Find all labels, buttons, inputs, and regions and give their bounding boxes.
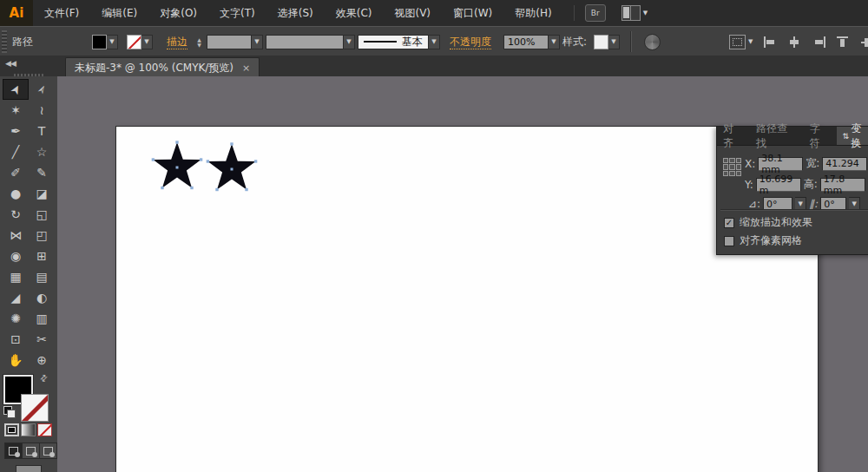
chevron-down-icon[interactable]: ▼ xyxy=(252,35,263,49)
chevron-down-icon[interactable]: ▼ xyxy=(141,35,153,49)
default-fill-stroke-icon[interactable] xyxy=(3,406,15,417)
height-input[interactable]: 17.8 mm xyxy=(820,178,865,192)
pixel-grid-checkbox[interactable]: 对齐像素网格 xyxy=(724,233,802,248)
scale-strokes-checkbox[interactable]: ✓ 缩放描边和效果 xyxy=(724,215,812,230)
star-shape[interactable] xyxy=(153,142,201,188)
anchor-point[interactable] xyxy=(254,160,257,162)
chevron-down-icon[interactable]: ▼ xyxy=(344,35,355,49)
menu-view[interactable]: 视图(V) xyxy=(383,0,442,26)
free-transform-tool[interactable]: ◰ xyxy=(29,225,55,246)
checkbox-checked-icon[interactable]: ✓ xyxy=(724,218,734,228)
eyedropper-tool[interactable]: ◢ xyxy=(3,287,29,308)
anchor-point[interactable] xyxy=(207,160,209,162)
anchor-point[interactable] xyxy=(245,188,247,191)
opacity-dropdown[interactable]: 100% ▼ xyxy=(503,27,560,56)
hand-tool[interactable]: ✋ xyxy=(3,350,29,370)
scale-tool[interactable]: ◱ xyxy=(29,204,55,225)
draw-normal-button[interactable] xyxy=(5,443,23,458)
stroke-weight-dropdown[interactable]: ▼ xyxy=(207,27,263,56)
selection-tool[interactable]: ➤ xyxy=(3,79,29,100)
star-shape[interactable] xyxy=(207,144,255,190)
chevron-down-icon[interactable]: ▼ xyxy=(608,35,620,49)
mesh-tool[interactable]: ▦ xyxy=(3,266,29,287)
blend-tool[interactable]: ◐ xyxy=(29,287,55,308)
rotate-tool[interactable]: ↻ xyxy=(3,204,29,225)
pen-tool[interactable]: ✒ xyxy=(3,121,29,141)
shape-builder-tool[interactable]: ◉ xyxy=(3,246,29,266)
paintbrush-tool[interactable]: ✐ xyxy=(3,162,29,183)
menu-file[interactable]: 文件(F) xyxy=(33,0,90,26)
blob-brush-tool[interactable]: ● xyxy=(3,183,29,204)
arrange-documents-button[interactable]: ▼ xyxy=(621,5,648,21)
anchor-point[interactable] xyxy=(161,187,163,189)
panel-tab-pathfinder[interactable]: 路径查找 xyxy=(750,127,804,145)
color-button[interactable] xyxy=(4,423,19,436)
menu-type[interactable]: 文字(T) xyxy=(208,0,266,26)
canvas[interactable]: 对齐路径查找字符⇅变换 X: 38.1 mm 宽: 41.294 Y: 16.6… xyxy=(57,76,868,472)
stroke-weight-stepper[interactable]: ▲▼ xyxy=(194,27,204,56)
stroke-color-proxy[interactable] xyxy=(21,394,49,422)
draw-inside-button[interactable] xyxy=(40,443,56,458)
chevron-down-icon[interactable]: ▼ xyxy=(429,35,440,49)
width-profile-dropdown[interactable]: ▼ xyxy=(266,27,355,56)
menu-select[interactable]: 选择(S) xyxy=(266,0,325,26)
graphic-style-dropdown[interactable]: ▼ xyxy=(594,27,620,56)
collapse-panel-icon[interactable]: ◀◀ xyxy=(5,59,16,68)
artboard-tool[interactable]: ⊡ xyxy=(3,329,29,350)
width-input[interactable]: 41.294 xyxy=(822,157,867,171)
anchor-point[interactable] xyxy=(230,142,233,145)
column-graph-tool[interactable]: ▥ xyxy=(29,308,55,329)
screen-mode-button[interactable] xyxy=(16,465,42,472)
stroke-color-control[interactable]: ▼ xyxy=(127,27,153,56)
center-point[interactable] xyxy=(231,168,233,171)
stroke-panel-link[interactable]: 描边 xyxy=(167,35,187,49)
align-vertical-center-button[interactable] xyxy=(861,27,868,56)
slice-tool[interactable]: ✂ xyxy=(29,329,55,350)
fill-color-control[interactable]: ▼ xyxy=(92,27,118,56)
close-icon[interactable]: × xyxy=(242,62,250,74)
chevron-down-icon[interactable]: ▼ xyxy=(549,35,560,49)
gradient-tool[interactable]: ▤ xyxy=(29,266,55,287)
x-input[interactable]: 38.1 mm xyxy=(758,157,803,171)
anchor-point[interactable] xyxy=(215,188,218,191)
none-button[interactable] xyxy=(37,423,52,436)
gradient-button[interactable] xyxy=(21,423,36,436)
zoom-tool[interactable]: ⊕ xyxy=(29,350,55,370)
menu-help[interactable]: 帮助(H) xyxy=(503,0,562,26)
width-tool[interactable]: ⋈ xyxy=(3,225,29,246)
anchor-point[interactable] xyxy=(152,158,155,161)
menu-object[interactable]: 对象(O) xyxy=(148,0,208,26)
pencil-tool[interactable]: ✎ xyxy=(29,162,55,183)
align-horizontal-left-button[interactable] xyxy=(764,27,777,56)
swap-fill-stroke-icon[interactable]: ⇄ xyxy=(37,372,49,384)
symbol-sprayer-tool[interactable]: ✺ xyxy=(3,308,29,329)
line-segment-tool[interactable]: ╱ xyxy=(3,141,29,162)
recolor-artwork-button[interactable] xyxy=(644,27,661,56)
menu-edit[interactable]: 编辑(E) xyxy=(90,0,148,26)
eraser-tool[interactable]: ◪ xyxy=(29,183,55,204)
control-bar-grip[interactable] xyxy=(2,30,7,53)
anchor-point[interactable] xyxy=(200,158,202,161)
anchor-point[interactable] xyxy=(175,141,178,143)
panel-tab-transform[interactable]: ⇅变换 xyxy=(837,127,868,145)
star-tool[interactable]: ☆ xyxy=(29,141,55,162)
y-input[interactable]: 16.699 m xyxy=(756,178,801,192)
bridge-icon[interactable]: Br xyxy=(585,4,606,22)
document-tab[interactable]: 未标题-3* @ 100% (CMYK/预览) × xyxy=(65,57,260,77)
draw-behind-button[interactable] xyxy=(23,443,40,458)
align-horizontal-right-button[interactable] xyxy=(812,27,825,56)
anchor-point[interactable] xyxy=(190,187,193,189)
chevron-down-icon[interactable]: ▼ xyxy=(107,35,118,49)
lasso-tool[interactable]: ≀ xyxy=(29,100,55,121)
brush-definition-dropdown[interactable]: 基本 ▼ xyxy=(358,27,440,56)
center-point[interactable] xyxy=(176,167,179,169)
tools-panel-grip[interactable] xyxy=(14,74,43,76)
panel-tab-character[interactable]: 字符 xyxy=(804,127,837,145)
align-options-dropdown[interactable]: ▼ xyxy=(729,27,753,56)
magic-wand-tool[interactable]: ✶ xyxy=(3,100,29,121)
checkbox-unchecked-icon[interactable] xyxy=(724,236,734,246)
menu-effect[interactable]: 效果(C) xyxy=(325,0,384,26)
reference-point-locator-icon[interactable] xyxy=(723,158,741,176)
menu-window[interactable]: 窗口(W) xyxy=(442,0,503,26)
align-vertical-top-button[interactable] xyxy=(837,27,850,56)
